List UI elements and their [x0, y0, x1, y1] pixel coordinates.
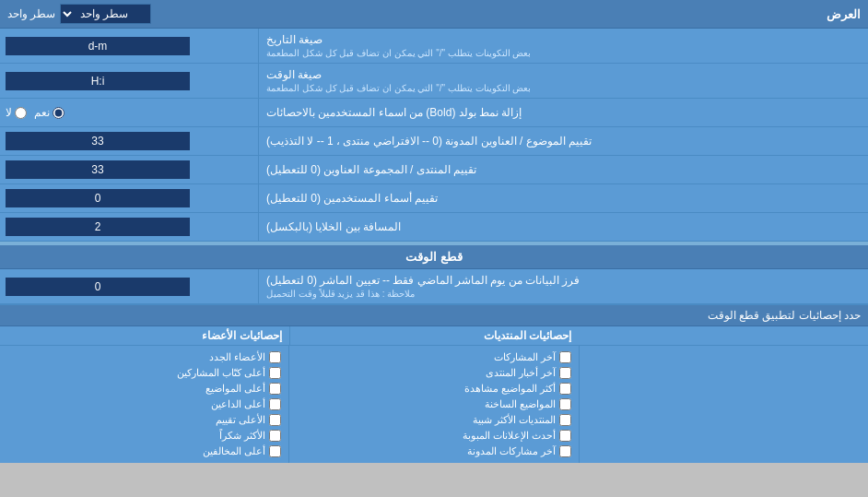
cell-spacing-input-cell	[0, 213, 258, 241]
date-format-label: صيغة التاريخ بعض التكوينات يتطلب "/" الت…	[258, 29, 868, 63]
radio-yes[interactable]	[53, 107, 65, 119]
bottom-outer: حدد إحصائيات لتطبيق قطع الوقت إحصائيات ا…	[0, 304, 868, 463]
cell-spacing-label: المسافة بين الخلايا (بالبكسل)	[258, 213, 868, 241]
checkbox-item: آخر مشاركات المدونة	[297, 444, 570, 459]
member-stats-col: الأعضاء الجدد أعلى كتّاب المشاركين أعلى …	[0, 346, 288, 463]
forum-group-input[interactable]	[6, 160, 190, 179]
date-format-input[interactable]	[6, 37, 190, 55]
forum-group-label: تقييم المنتدى / المجموعة العناوين (0 للت…	[258, 156, 868, 183]
header-select-cell: سطر واحد سطران ثلاثة أسطر سطر واحد	[7, 4, 151, 24]
forum-stats-col: آخر المشاركات آخر أخبار المنتدى أكثر الم…	[288, 346, 578, 463]
radio-no[interactable]	[15, 107, 27, 119]
checkbox-member-label-3: أعلى الداعين	[211, 398, 265, 410]
checkbox-item: الأعلى تقييم	[7, 412, 281, 428]
checkbox-forum-2[interactable]	[559, 383, 571, 395]
cutoff-input[interactable]	[6, 278, 190, 296]
cutoff-label: فرز البيانات من يوم الماشر الماضي فقط --…	[258, 269, 868, 303]
checkbox-forum-label-3: المواضيع الساخنة	[485, 398, 556, 410]
checkbox-titles-row: إحصائيات المنتديات إحصائيات الأعضاء	[0, 326, 868, 346]
checkbox-forum-label-5: أحدث الإعلانات المبوبة	[463, 430, 556, 442]
usernames-count-row: تقييم أسماء المستخدمين (0 للتعطيل)	[0, 184, 868, 213]
checkbox-forum-4[interactable]	[559, 414, 571, 426]
checkbox-item: المنتديات الأكثر شبية	[297, 412, 570, 428]
checkbox-forum-3[interactable]	[559, 398, 571, 410]
checkbox-item: أعلى كتّاب المشاركين	[7, 365, 281, 381]
checkbox-member-label-1: أعلى كتّاب المشاركين	[177, 367, 265, 379]
usernames-count-input[interactable]	[6, 189, 190, 207]
checkbox-member-label-4: الأعلى تقييم	[216, 414, 265, 426]
checkbox-member-label-2: أعلى المواضيع	[205, 383, 265, 395]
col2-title: إحصائيات الأعضاء	[0, 326, 289, 345]
cell-spacing-row: المسافة بين الخلايا (بالبكسل)	[0, 213, 868, 242]
checkbox-member-3[interactable]	[269, 398, 281, 410]
date-format-row: صيغة التاريخ بعض التكوينات يتطلب "/" الت…	[0, 29, 868, 64]
checkbox-member-5[interactable]	[269, 430, 281, 442]
time-format-input[interactable]	[6, 72, 190, 90]
cutoff-input-cell	[0, 269, 258, 303]
bold-remove-label: إزالة نمط بولد (Bold) من اسماء المستخدمي…	[258, 99, 868, 126]
checkbox-forum-1[interactable]	[559, 367, 571, 379]
checkbox-member-0[interactable]	[269, 351, 281, 363]
checkbox-item: أعلى الداعين	[7, 396, 281, 412]
display-label: العرض	[827, 7, 861, 21]
checkbox-forum-6[interactable]	[559, 445, 571, 457]
checkbox-member-4[interactable]	[269, 414, 281, 426]
time-format-row: صيغة الوقت بعض التكوينات يتطلب "/" التي …	[0, 64, 868, 99]
rows-select-label: سطر واحد	[7, 7, 55, 20]
cell-spacing-input[interactable]	[6, 218, 190, 236]
checkbox-item: أعلى المخالفين	[7, 444, 281, 459]
checkbox-member-label-6: أعلى المخالفين	[203, 445, 265, 457]
checkbox-member-2[interactable]	[269, 383, 281, 395]
checkbox-item: آخر المشاركات	[297, 349, 570, 365]
bottom-header-label: حدد إحصائيات لتطبيق قطع الوقت	[7, 309, 861, 322]
checkbox-forum-label-6: آخر مشاركات المدونة	[467, 445, 556, 457]
checkbox-forum-label-1: آخر أخبار المنتدى	[486, 367, 556, 379]
bold-radio-group: نعم لا	[6, 106, 65, 119]
checkbox-member-6[interactable]	[269, 445, 281, 457]
checkbox-member-label-0: الأعضاء الجدد	[209, 351, 265, 363]
checkbox-item: الأعضاء الجدد	[7, 349, 281, 365]
checkbox-forum-5[interactable]	[559, 430, 571, 442]
empty-label-area	[579, 326, 868, 345]
bottom-header: حدد إحصائيات لتطبيق قطع الوقت	[0, 305, 868, 326]
display-header-row: العرض سطر واحد سطران ثلاثة أسطر سطر واحد	[0, 0, 868, 29]
checkbox-item: آخر أخبار المنتدى	[297, 365, 570, 381]
forum-group-row: تقييم المنتدى / المجموعة العناوين (0 للت…	[0, 156, 868, 184]
bold-remove-input-cell: نعم لا	[0, 99, 258, 126]
topics-count-label: تقييم الموضوع / العناوين المدونة (0 -- ا…	[258, 127, 868, 155]
radio-yes-label[interactable]: نعم	[34, 106, 65, 119]
rows-select[interactable]: سطر واحد سطران ثلاثة أسطر	[60, 4, 151, 24]
empty-col	[579, 346, 868, 463]
time-format-input-cell	[0, 64, 258, 98]
radio-no-label[interactable]: لا	[6, 106, 27, 119]
date-format-input-cell	[0, 29, 258, 63]
topics-count-row: تقييم الموضوع / العناوين المدونة (0 -- ا…	[0, 127, 868, 156]
usernames-count-label: تقييم أسماء المستخدمين (0 للتعطيل)	[258, 184, 868, 212]
checkbox-forum-label-4: المنتديات الأكثر شبية	[473, 414, 556, 426]
checkbox-forum-label-0: آخر المشاركات	[494, 351, 556, 363]
checkbox-forum-label-2: أكثر المواضيع مشاهدة	[464, 383, 556, 395]
checkbox-item: أحدث الإعلانات المبوبة	[297, 428, 570, 444]
checkbox-content: آخر المشاركات آخر أخبار المنتدى أكثر الم…	[0, 346, 868, 463]
checkbox-item: الأكثر شكراً	[7, 428, 281, 444]
col1-title: إحصائيات المنتديات	[289, 326, 580, 345]
checkbox-item: أعلى المواضيع	[7, 381, 281, 396]
topics-count-input-cell	[0, 127, 258, 155]
checkbox-item: المواضيع الساخنة	[297, 396, 570, 412]
cutoff-section-header: قطع الوقت	[0, 245, 868, 269]
cutoff-row: فرز البيانات من يوم الماشر الماضي فقط --…	[0, 269, 868, 304]
checkbox-member-label-5: الأكثر شكراً	[219, 430, 265, 442]
bold-remove-row: إزالة نمط بولد (Bold) من اسماء المستخدمي…	[0, 99, 868, 127]
checkbox-forum-0[interactable]	[559, 351, 571, 363]
time-format-label: صيغة الوقت بعض التكوينات يتطلب "/" التي …	[258, 64, 868, 98]
checkbox-member-1[interactable]	[269, 367, 281, 379]
forum-group-input-cell	[0, 156, 258, 183]
checkbox-item: أكثر المواضيع مشاهدة	[297, 381, 570, 396]
usernames-count-input-cell	[0, 184, 258, 212]
topics-count-input[interactable]	[6, 132, 190, 150]
